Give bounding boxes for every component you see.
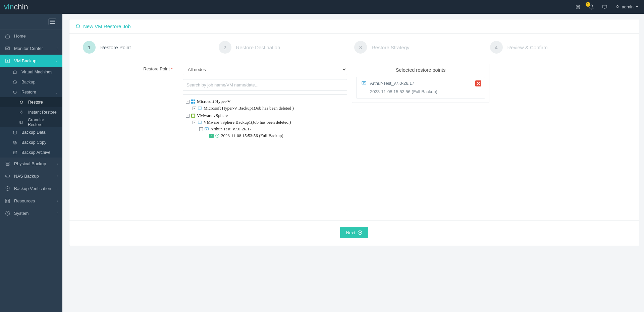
topbar: vinchin 1 admin (0, 0, 644, 14)
user-name: admin (622, 4, 634, 9)
svg-rect-1 (603, 5, 607, 8)
brand-logo: vinchin (4, 3, 28, 11)
user-menu[interactable]: admin (615, 4, 639, 9)
monitor-icon[interactable] (602, 4, 608, 10)
user-icon (615, 5, 620, 9)
svg-point-2 (616, 5, 618, 7)
notification-badge: 1 (586, 2, 590, 7)
brand-part2: chin (14, 3, 28, 11)
jobs-icon[interactable] (575, 4, 581, 10)
brand-part1: vin (4, 3, 14, 11)
notification-bell-icon[interactable]: 1 (588, 4, 594, 10)
chevron-down-icon (636, 5, 639, 8)
